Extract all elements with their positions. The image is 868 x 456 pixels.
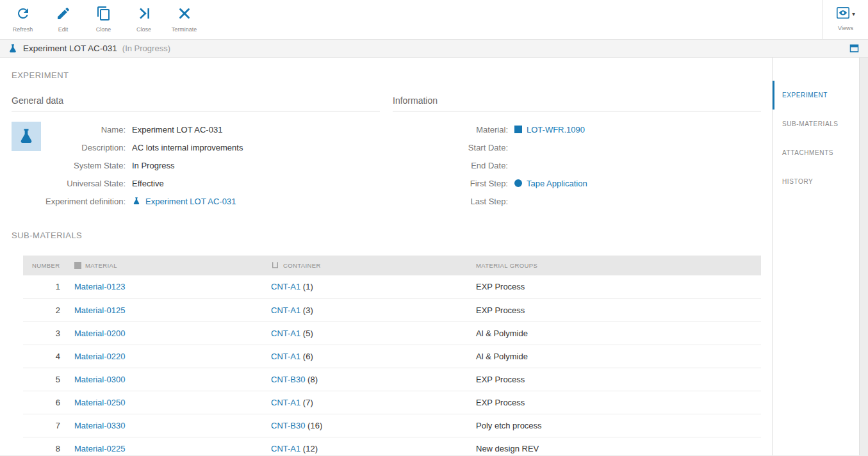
material-link[interactable]: Material-0123 xyxy=(74,282,126,291)
material-link[interactable]: Material-0220 xyxy=(74,352,126,361)
experiment-section-heading: EXPERIMENT xyxy=(12,70,761,80)
material-groups-cell: EXP Process xyxy=(471,368,761,391)
container-link[interactable]: CNT-A1 xyxy=(271,305,300,315)
field-description: Description: AC lots internal improvemen… xyxy=(41,138,380,156)
container-count: (5) xyxy=(303,329,313,338)
field-label: Description: xyxy=(41,143,132,152)
close-button[interactable]: Close xyxy=(124,0,164,39)
material-link[interactable]: LOT-WFR.1090 xyxy=(527,125,585,134)
information-title: Information xyxy=(393,95,761,111)
flask-icon xyxy=(17,127,35,145)
container-link[interactable]: CNT-A1 xyxy=(271,444,300,453)
step-circle-icon xyxy=(514,179,522,187)
column-header-number[interactable]: NUMBER xyxy=(23,256,69,275)
sidebar-item-attachments[interactable]: ATTACHMENTS xyxy=(773,138,859,167)
material-square-icon xyxy=(74,262,81,269)
general-data-panel: General data Name: Experiment LOT AC-031… xyxy=(12,95,380,210)
field-label: Last Step: xyxy=(393,197,514,206)
edit-button[interactable]: Edit xyxy=(43,0,83,39)
field-value: Effective xyxy=(132,178,164,188)
field-value: In Progress xyxy=(132,160,174,170)
views-button[interactable]: ▾ Views xyxy=(827,0,864,39)
field-experiment-definition: Experiment definition: Experiment LOT AC… xyxy=(41,192,380,210)
table-row[interactable]: 3 Material-0200 CNT-A1 (5) Al & Polymide xyxy=(23,322,761,345)
field-start-date: Start Date: xyxy=(393,138,761,156)
toolbar-views-section: ▾ Views xyxy=(823,0,868,39)
field-label: Name: xyxy=(41,125,132,134)
material-groups-cell: New design REV xyxy=(471,437,761,455)
field-label: First Step: xyxy=(393,179,514,188)
material-groups-cell: EXP Process xyxy=(471,391,761,414)
scroll-gutter[interactable] xyxy=(859,58,868,455)
column-header-container[interactable]: CONTAINER xyxy=(266,256,471,275)
table-row[interactable]: 2 Material-0125 CNT-A1 (3) EXP Process xyxy=(23,298,761,322)
side-navigation: EXPERIMENT SUB-MATERIALS ATTACHMENTS HIS… xyxy=(772,58,859,455)
material-link[interactable]: Material-0330 xyxy=(74,421,126,430)
material-link[interactable]: Material-0300 xyxy=(74,375,126,384)
material-link[interactable]: Material-0225 xyxy=(74,444,126,453)
views-eye-icon xyxy=(836,6,850,22)
close-label: Close xyxy=(136,26,151,33)
container-icon xyxy=(271,261,279,270)
container-link[interactable]: CNT-A1 xyxy=(271,398,300,407)
page-body: EXPERIMENT General data Name: Experiment… xyxy=(0,58,868,455)
field-label: Material: xyxy=(393,125,514,134)
material-link[interactable]: Material-0250 xyxy=(74,398,126,407)
clone-icon xyxy=(96,6,111,24)
experiment-definition-link[interactable]: Experiment LOT AC-031 xyxy=(145,197,236,206)
field-end-date: End Date: xyxy=(393,156,761,174)
chevron-down-icon: ▾ xyxy=(852,11,855,17)
material-link[interactable]: Material-0200 xyxy=(74,329,126,338)
field-label: System State: xyxy=(41,161,132,170)
container-link[interactable]: CNT-A1 xyxy=(271,329,300,338)
material-groups-cell: Poly etch process xyxy=(471,414,761,437)
edit-icon xyxy=(56,6,71,24)
column-header-material[interactable]: MATERIAL xyxy=(69,256,266,275)
field-material: Material: LOT-WFR.1090 xyxy=(393,120,761,138)
sidebar-item-experiment[interactable]: EXPERIMENT xyxy=(773,81,859,110)
toolbar: Refresh Edit Clone Close Terminate xyxy=(0,0,868,40)
container-count: (6) xyxy=(303,352,313,361)
first-step-link[interactable]: Tape Application xyxy=(527,179,587,188)
clone-button[interactable]: Clone xyxy=(83,0,124,39)
field-value: Experiment LOT AC-031 xyxy=(132,124,222,134)
refresh-button[interactable]: Refresh xyxy=(3,0,43,39)
page-title: Experiment LOT AC-031 xyxy=(23,44,117,53)
expand-panel-button[interactable] xyxy=(848,42,860,55)
table-row[interactable]: 5 Material-0300 CNT-B30 (8) EXP Process xyxy=(23,368,761,391)
container-link[interactable]: CNT-B30 xyxy=(271,421,305,430)
information-panel: Information Material: LOT-WFR.1090 Start… xyxy=(393,95,761,210)
sidebar-item-sub-materials[interactable]: SUB-MATERIALS xyxy=(773,110,859,138)
material-groups-cell: EXP Process xyxy=(471,275,761,298)
container-link[interactable]: CNT-A1 xyxy=(271,352,300,361)
table-row[interactable]: 1 Material-0123 CNT-A1 (1) EXP Process xyxy=(23,275,761,298)
table-row[interactable]: 7 Material-0330 CNT-B30 (16) Poly etch p… xyxy=(23,414,761,437)
sidebar-item-history[interactable]: HISTORY xyxy=(773,167,859,196)
status-badge: (In Progress) xyxy=(122,44,170,53)
container-link[interactable]: CNT-B30 xyxy=(271,375,305,384)
field-name: Name: Experiment LOT AC-031 xyxy=(41,120,380,138)
field-label: Universal State: xyxy=(41,179,132,188)
clone-label: Clone xyxy=(96,26,111,33)
terminate-label: Terminate xyxy=(172,26,197,33)
container-count: (3) xyxy=(303,305,313,315)
refresh-icon xyxy=(15,6,31,24)
panel-icon xyxy=(849,43,860,54)
field-label: Start Date: xyxy=(393,143,514,152)
terminate-button[interactable]: Terminate xyxy=(164,0,204,39)
table-row[interactable]: 8 Material-0225 CNT-A1 (12) New design R… xyxy=(23,437,761,455)
refresh-label: Refresh xyxy=(13,26,33,33)
field-first-step: First Step: Tape Application xyxy=(393,174,761,192)
material-link[interactable]: Material-0125 xyxy=(74,305,126,315)
table-row[interactable]: 6 Material-0250 CNT-A1 (7) EXP Process xyxy=(23,391,761,414)
flask-icon xyxy=(8,44,18,54)
material-groups-cell: Al & Polymide xyxy=(471,322,761,345)
experiment-avatar xyxy=(12,122,41,151)
general-data-title: General data xyxy=(12,95,380,111)
table-row[interactable]: 4 Material-0220 CNT-A1 (6) Al & Polymide xyxy=(23,345,761,368)
container-link[interactable]: CNT-A1 xyxy=(271,282,300,291)
close-icon xyxy=(136,6,152,24)
field-value: AC lots internal improvements xyxy=(132,142,243,152)
toolbar-actions: Refresh Edit Clone Close Terminate xyxy=(0,0,204,39)
column-header-material-groups[interactable]: MATERIAL GROUPS xyxy=(471,256,761,275)
